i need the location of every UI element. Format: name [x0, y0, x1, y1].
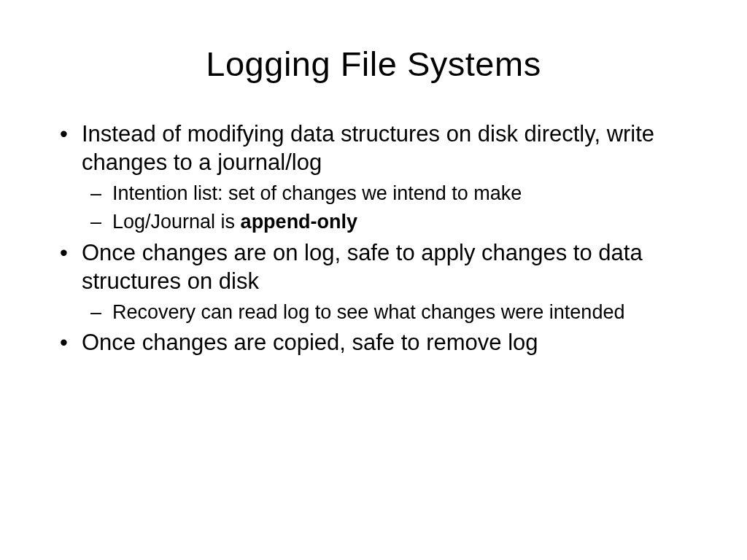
- sub-bullet-item: Recovery can read log to see what change…: [82, 300, 696, 325]
- bullet-text: Instead of modifying data structures on …: [82, 121, 654, 175]
- bullet-list-level2: Intention list: set of changes we intend…: [82, 182, 696, 236]
- slide-content: Instead of modifying data structures on …: [51, 120, 696, 357]
- bullet-text: Once changes are copied, safe to remove …: [82, 330, 538, 355]
- bullet-list-level1: Instead of modifying data structures on …: [51, 120, 696, 357]
- sub-bullet-item: Intention list: set of changes we intend…: [82, 182, 696, 206]
- sub-bullet-text: Intention list: set of changes we intend…: [112, 182, 522, 204]
- bullet-item: Once changes are copied, safe to remove …: [51, 329, 696, 357]
- sub-bullet-text: Recovery can read log to see what change…: [112, 301, 624, 323]
- sub-bullet-text-prefix: Log/Journal is: [112, 211, 241, 233]
- slide-title: Logging File Systems: [51, 44, 696, 84]
- bullet-item: Once changes are on log, safe to apply c…: [51, 239, 696, 324]
- bullet-text: Once changes are on log, safe to apply c…: [82, 240, 643, 294]
- bullet-item: Instead of modifying data structures on …: [51, 120, 696, 235]
- bullet-list-level2: Recovery can read log to see what change…: [82, 300, 696, 325]
- sub-bullet-text-bold: append-only: [241, 211, 358, 233]
- sub-bullet-item: Log/Journal is append-only: [82, 210, 696, 235]
